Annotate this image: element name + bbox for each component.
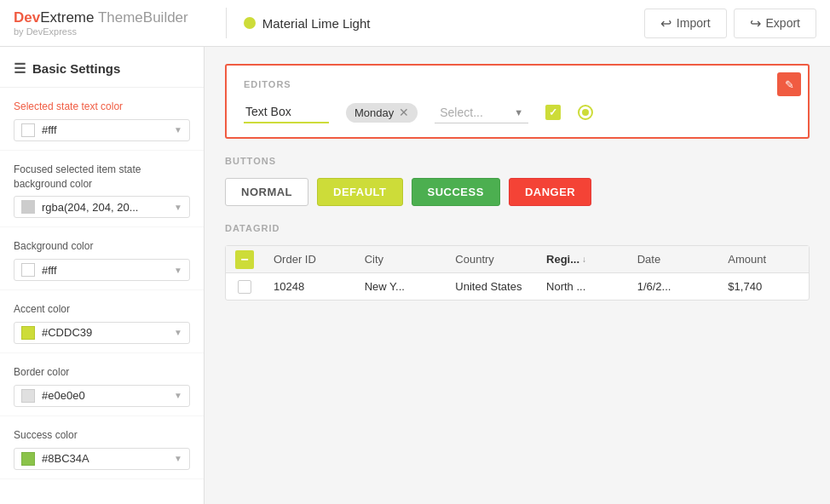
tag-value: Monday: [354, 106, 394, 119]
success-button[interactable]: SUCCESS: [412, 178, 500, 206]
color-swatch-focused-bg: [21, 200, 35, 214]
tag-close-button[interactable]: ✕: [399, 106, 409, 118]
import-button[interactable]: ↩ Import: [644, 9, 727, 38]
main-content: ✎ EDITORS Monday ✕ Select... ▼ ✓: [205, 47, 830, 504]
logo-area: DevExtreme ThemeBuilder by DevExpress: [14, 9, 188, 37]
buttons-row: NORMAL DEFAULT SUCCESS DANGER: [225, 178, 810, 206]
color-arrow-selected-state: ▼: [174, 125, 182, 135]
color-value-focused-bg: rgba(204, 204, 20...: [42, 201, 170, 214]
checkbox-area: ✓: [545, 105, 561, 120]
normal-button[interactable]: NORMAL: [225, 178, 308, 206]
color-swatch-success: [21, 452, 35, 466]
setting-label-focused-bg: Focused selected item statebackground co…: [14, 163, 190, 192]
theme-name: Material Lime Light: [262, 16, 371, 31]
color-swatch-background: [21, 263, 35, 277]
color-arrow-focused-bg: ▼: [174, 203, 182, 212]
datagrid-label: DATAGRID: [225, 223, 810, 233]
theme-indicator: Material Lime Light: [244, 16, 371, 31]
select-arrow-icon: ▼: [514, 107, 523, 117]
sidebar: ☰ Basic Settings Selected state text col…: [0, 47, 205, 504]
color-arrow-accent: ▼: [174, 328, 182, 337]
color-picker-success[interactable]: #8BC34A ▼: [14, 448, 190, 470]
logo-extreme: Extreme: [40, 9, 94, 26]
import-label: Import: [677, 16, 711, 30]
setting-label-border: Border color: [14, 365, 190, 380]
buttons-section: BUTTONS NORMAL DEFAULT SUCCESS DANGER: [225, 156, 810, 206]
radio-inner: [582, 109, 589, 116]
setting-label-success: Success color: [14, 428, 190, 443]
col-order-id[interactable]: Order ID: [263, 246, 354, 272]
setting-success: Success color #8BC34A ▼: [0, 416, 204, 479]
color-value-selected-state: #fff: [42, 123, 170, 136]
select-box[interactable]: Select... ▼: [435, 102, 528, 123]
default-button[interactable]: DEFAULT: [317, 178, 402, 206]
sidebar-title-label: Basic Settings: [32, 61, 120, 76]
editors-preview: ✎ EDITORS Monday ✕ Select... ▼ ✓: [225, 64, 810, 139]
color-swatch-border: [21, 389, 35, 403]
sidebar-title: ☰ Basic Settings: [0, 47, 204, 88]
radio-button[interactable]: [578, 105, 593, 120]
tag-box: Monday ✕: [346, 103, 418, 123]
datagrid: − Order ID City Country Regi... ↓ Date A…: [225, 245, 810, 301]
col-region[interactable]: Regi... ↓: [536, 246, 627, 272]
color-picker-border[interactable]: #e0e0e0 ▼: [14, 385, 190, 407]
setting-focused-selected-bg: Focused selected item statebackground co…: [0, 151, 204, 228]
datagrid-section: DATAGRID − Order ID City Country Regi...…: [225, 223, 810, 301]
color-arrow-border: ▼: [174, 391, 182, 400]
buttons-label: BUTTONS: [225, 156, 810, 166]
col-date[interactable]: Date: [627, 246, 718, 272]
color-picker-background[interactable]: #fff ▼: [14, 259, 190, 281]
setting-background: Background color #fff ▼: [0, 227, 204, 290]
text-box-input[interactable]: [244, 101, 329, 123]
editors-label: EDITORS: [244, 79, 791, 89]
color-value-background: #fff: [42, 264, 170, 277]
col-city[interactable]: City: [354, 246, 446, 272]
color-picker-accent[interactable]: #CDDC39 ▼: [14, 322, 190, 344]
pencil-icon: ✎: [785, 78, 794, 91]
datagrid-header-row: − Order ID City Country Regi... ↓ Date A…: [226, 246, 809, 273]
select-all-button[interactable]: −: [235, 250, 254, 269]
color-arrow-success: ▼: [174, 454, 182, 463]
cell-amount: $1,740: [718, 273, 809, 300]
cell-date: 1/6/2...: [627, 273, 718, 300]
row-checkbox[interactable]: [238, 280, 251, 294]
menu-icon: ☰: [14, 60, 26, 77]
sort-icon: ↓: [582, 255, 586, 264]
col-country[interactable]: Country: [445, 246, 536, 272]
setting-label-selected-state: Selected state text color: [14, 100, 190, 114]
editors-edit-button[interactable]: ✎: [777, 72, 801, 96]
setting-accent: Accent color #CDDC39 ▼: [0, 290, 204, 353]
editors-row: Monday ✕ Select... ▼ ✓: [244, 101, 791, 123]
row-check-cell: [226, 280, 263, 294]
cell-country: United States: [445, 273, 536, 300]
setting-border: Border color #e0e0e0 ▼: [0, 353, 204, 416]
header-divider: [226, 8, 227, 38]
header-check-cell: −: [226, 250, 263, 269]
color-picker-focused-bg[interactable]: rgba(204, 204, 20... ▼: [14, 196, 190, 218]
logo-dev: Dev: [14, 9, 40, 26]
theme-dot: [244, 17, 256, 29]
header: DevExtreme ThemeBuilder by DevExpress Ma…: [0, 0, 830, 47]
color-arrow-background: ▼: [174, 266, 182, 275]
import-icon: ↩: [660, 15, 671, 32]
checkbox-check-icon: ✓: [549, 106, 557, 118]
color-picker-selected-state[interactable]: #fff ▼: [14, 119, 190, 141]
checkbox[interactable]: ✓: [545, 105, 561, 120]
danger-button[interactable]: DANGER: [509, 178, 591, 206]
export-icon: ↪: [750, 15, 761, 32]
color-value-success: #8BC34A: [42, 452, 170, 465]
export-label: Export: [766, 16, 800, 30]
setting-label-accent: Accent color: [14, 302, 190, 317]
logo-sub: by DevExpress: [14, 26, 188, 37]
color-value-accent: #CDDC39: [42, 326, 170, 339]
cell-city: New Y...: [354, 273, 446, 300]
select-placeholder: Select...: [440, 106, 510, 119]
logo-text: DevExtreme ThemeBuilder: [14, 9, 188, 26]
color-swatch-selected-state: [21, 123, 35, 137]
col-amount[interactable]: Amount: [718, 246, 809, 272]
export-button[interactable]: ↪ Export: [734, 9, 816, 38]
logo-builder: ThemeBuilder: [94, 9, 187, 26]
cell-region: North ...: [536, 273, 627, 300]
cell-order-id: 10248: [263, 273, 354, 300]
color-swatch-accent: [21, 326, 35, 340]
